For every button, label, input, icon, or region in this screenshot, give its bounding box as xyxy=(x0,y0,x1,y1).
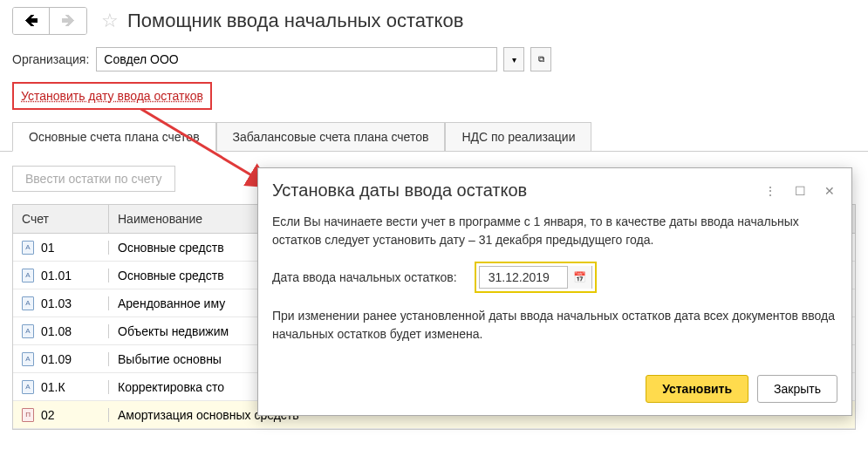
dialog-info-1: Если Вы начинаете вести учет в программе… xyxy=(272,213,837,249)
maximize-icon: ☐ xyxy=(795,184,806,198)
account-code: 01.К xyxy=(41,380,65,394)
account-code: 01 xyxy=(41,241,55,255)
account-code: 01.08 xyxy=(41,324,72,338)
calendar-icon: 📅 xyxy=(573,271,586,283)
date-label: Дата ввода начальных остатков: xyxy=(272,269,457,287)
account-name: Основные средств xyxy=(118,241,224,255)
account-name: Арендованное иму xyxy=(118,296,225,310)
account-type-icon: А xyxy=(22,352,34,366)
forward-button[interactable]: 🡺 xyxy=(50,8,86,34)
account-code: 01.01 xyxy=(41,269,72,282)
account-name: Объекты недвижим xyxy=(118,324,229,338)
favorite-star-icon[interactable]: ☆ xyxy=(101,10,119,32)
account-type-icon: А xyxy=(22,324,34,338)
tab-main-accounts[interactable]: Основные счета плана счетов xyxy=(12,122,216,152)
account-code: 01.03 xyxy=(41,296,72,310)
back-button[interactable]: 🡸 xyxy=(13,8,50,34)
col-header-account[interactable]: Счет xyxy=(13,205,109,233)
organization-value: Совдел ООО xyxy=(104,52,489,66)
set-date-link[interactable]: Установить дату ввода остатков xyxy=(12,82,212,110)
account-code: 02 xyxy=(41,408,55,422)
page-title: Помощник ввода начальных остатков xyxy=(127,10,463,32)
account-name: Корректировка сто xyxy=(118,380,224,394)
account-type-icon: А xyxy=(22,269,34,282)
account-name: Выбытие основны xyxy=(118,352,222,366)
organization-field[interactable]: Совдел ООО xyxy=(96,47,497,71)
calendar-button[interactable]: 📅 xyxy=(567,266,591,289)
tabs: Основные счета плана счетов Забалансовые… xyxy=(0,113,868,152)
dialog-info-2: При изменении ранее установленной даты в… xyxy=(272,307,837,344)
account-type-icon: П xyxy=(22,408,34,422)
dialog-more-button[interactable]: ⋮ xyxy=(762,183,778,199)
account-type-icon: А xyxy=(22,380,34,394)
enter-balance-button[interactable]: Ввести остатки по счету xyxy=(12,166,175,192)
more-vertical-icon: ⋮ xyxy=(764,184,777,198)
nav-buttons: 🡸 🡺 xyxy=(12,7,87,35)
tab-vat[interactable]: НДС по реализации xyxy=(445,122,591,151)
close-icon: ✕ xyxy=(824,184,835,198)
set-date-dialog: Установка даты ввода остатков ⋮ ☐ ✕ Если… xyxy=(257,167,852,416)
account-type-icon: А xyxy=(22,241,34,255)
account-code: 01.09 xyxy=(41,352,72,366)
organization-label: Организация: xyxy=(12,52,89,66)
account-name: Основные средств xyxy=(118,269,224,282)
dialog-close-button[interactable]: ✕ xyxy=(822,183,837,199)
close-button[interactable]: Закрыть xyxy=(757,375,837,403)
date-value: 31.12.2019 xyxy=(480,269,567,287)
open-external-icon: ⧉ xyxy=(538,54,544,65)
dialog-title: Установка даты ввода остатков xyxy=(272,180,762,201)
arrow-right-icon: 🡺 xyxy=(61,13,75,29)
organization-dropdown-button[interactable]: ▾ xyxy=(503,47,524,71)
set-button[interactable]: Установить xyxy=(646,375,748,403)
arrow-left-icon: 🡸 xyxy=(24,13,38,29)
dialog-maximize-button[interactable]: ☐ xyxy=(792,183,808,199)
tab-off-balance-accounts[interactable]: Забалансовые счета плана счетов xyxy=(216,122,446,151)
chevron-down-icon: ▾ xyxy=(512,55,516,65)
account-type-icon: А xyxy=(22,296,34,310)
organization-open-button[interactable]: ⧉ xyxy=(530,47,551,71)
date-field[interactable]: 31.12.2019 📅 xyxy=(479,266,592,289)
date-field-highlight: 31.12.2019 📅 xyxy=(475,262,597,293)
